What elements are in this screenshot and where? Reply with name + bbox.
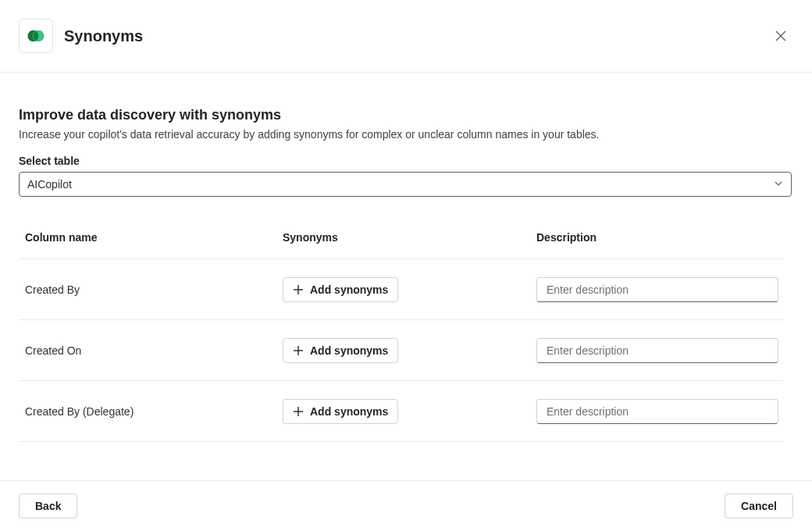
table-row: Created On Add synonyms	[19, 320, 784, 381]
back-button[interactable]: Back	[19, 494, 77, 519]
table-row: Created By (Delegate) Add synonyms	[19, 381, 784, 442]
add-synonyms-button[interactable]: Add synonyms	[283, 399, 398, 424]
select-table-label: Select table	[19, 155, 793, 167]
chevron-down-icon	[774, 178, 783, 191]
select-table-dropdown[interactable]: AICopilot	[19, 172, 792, 197]
description-input[interactable]	[536, 277, 778, 302]
col-header-name: Column name	[25, 231, 283, 244]
synonyms-dialog: Synonyms Improve data discovery with syn…	[0, 0, 812, 531]
column-name-cell: Created By (Delegate)	[25, 405, 283, 418]
scroll-fade	[19, 449, 793, 480]
add-synonyms-label: Add synonyms	[310, 405, 388, 418]
dataverse-icon	[26, 26, 46, 46]
section-subtitle: Increase your copilot's data retrieval a…	[19, 128, 793, 141]
dialog-body: Improve data discovery with synonyms Inc…	[0, 73, 812, 480]
dialog-title: Synonyms	[64, 27, 757, 45]
cancel-button[interactable]: Cancel	[725, 494, 793, 519]
dialog-header: Synonyms	[0, 0, 812, 73]
add-synonyms-button[interactable]: Add synonyms	[283, 277, 398, 302]
close-button[interactable]	[768, 23, 793, 48]
column-name-cell: Created On	[25, 344, 283, 357]
add-synonyms-label: Add synonyms	[310, 283, 388, 296]
add-synonyms-label: Add synonyms	[310, 344, 388, 357]
columns-table: Column name Synonyms Description Created…	[19, 216, 793, 480]
table-header-row: Column name Synonyms Description	[19, 216, 784, 259]
description-input[interactable]	[536, 338, 778, 363]
column-name-cell: Created By	[25, 283, 283, 296]
plus-icon	[293, 284, 304, 295]
table-row: Created By Add synonyms	[19, 259, 784, 320]
select-table-value: AICopilot	[27, 178, 72, 191]
col-header-description: Description	[536, 231, 778, 244]
dialog-footer: Back Cancel	[0, 480, 812, 531]
plus-icon	[293, 406, 304, 417]
add-synonyms-button[interactable]: Add synonyms	[283, 338, 398, 363]
close-icon	[775, 30, 787, 42]
section-title: Improve data discovery with synonyms	[19, 107, 793, 123]
description-input[interactable]	[536, 399, 778, 424]
plus-icon	[293, 345, 304, 356]
col-header-synonyms: Synonyms	[283, 231, 536, 244]
app-icon	[19, 19, 53, 53]
